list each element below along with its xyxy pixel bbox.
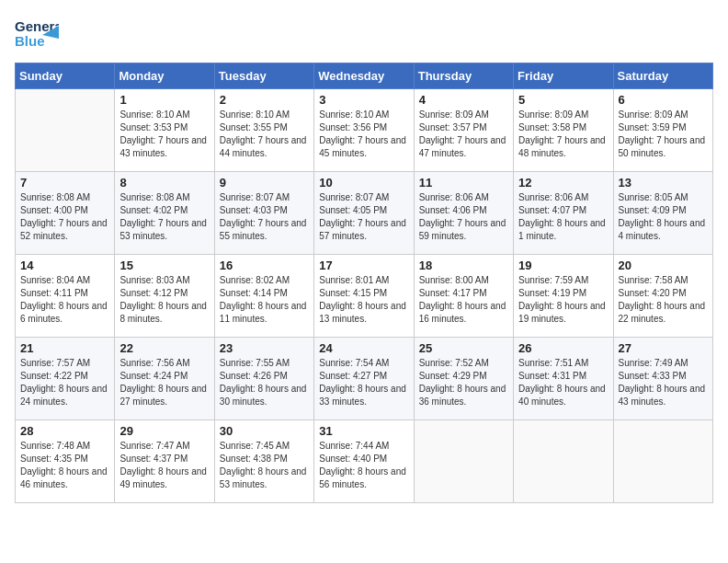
day-number: 28 bbox=[20, 424, 109, 438]
day-number: 20 bbox=[619, 259, 708, 272]
calendar-cell: 21Sunrise: 7:57 AM Sunset: 4:22 PM Dayli… bbox=[16, 338, 115, 420]
day-number: 5 bbox=[518, 93, 608, 107]
calendar-header-row: SundayMondayTuesdayWednesdayThursdayFrid… bbox=[16, 63, 713, 89]
calendar-cell: 26Sunrise: 7:51 AM Sunset: 4:31 PM Dayli… bbox=[514, 338, 613, 420]
calendar-cell: 13Sunrise: 8:05 AM Sunset: 4:09 PM Dayli… bbox=[613, 172, 712, 255]
calendar-cell bbox=[414, 420, 513, 503]
day-info: Sunrise: 7:57 AM Sunset: 4:22 PM Dayligh… bbox=[20, 357, 109, 408]
calendar-cell: 27Sunrise: 7:49 AM Sunset: 4:33 PM Dayli… bbox=[613, 338, 712, 420]
day-number: 30 bbox=[220, 424, 309, 438]
day-number: 21 bbox=[20, 341, 109, 355]
day-header-tuesday: Tuesday bbox=[214, 63, 313, 89]
calendar-cell: 5Sunrise: 8:09 AM Sunset: 3:58 PM Daylig… bbox=[514, 89, 613, 172]
calendar-cell: 2Sunrise: 8:10 AM Sunset: 3:55 PM Daylig… bbox=[214, 89, 313, 172]
calendar-cell: 30Sunrise: 7:45 AM Sunset: 4:38 PM Dayli… bbox=[214, 420, 313, 503]
day-header-monday: Monday bbox=[115, 63, 214, 89]
day-info: Sunrise: 7:47 AM Sunset: 4:37 PM Dayligh… bbox=[119, 440, 209, 491]
calendar-cell: 10Sunrise: 8:07 AM Sunset: 4:05 PM Dayli… bbox=[314, 172, 414, 255]
calendar-cell bbox=[16, 89, 115, 172]
day-info: Sunrise: 8:06 AM Sunset: 4:07 PM Dayligh… bbox=[518, 191, 608, 243]
calendar-week-5: 28Sunrise: 7:48 AM Sunset: 4:35 PM Dayli… bbox=[16, 420, 713, 503]
day-number: 26 bbox=[518, 341, 608, 355]
logo: General Blue bbox=[15, 15, 59, 52]
day-info: Sunrise: 8:09 AM Sunset: 3:58 PM Dayligh… bbox=[518, 109, 608, 160]
day-number: 22 bbox=[119, 341, 209, 355]
calendar-week-1: 1Sunrise: 8:10 AM Sunset: 3:53 PM Daylig… bbox=[16, 89, 713, 172]
day-number: 18 bbox=[419, 259, 508, 272]
day-info: Sunrise: 7:49 AM Sunset: 4:33 PM Dayligh… bbox=[619, 357, 708, 408]
calendar-cell: 12Sunrise: 8:06 AM Sunset: 4:07 PM Dayli… bbox=[514, 172, 613, 255]
day-info: Sunrise: 8:10 AM Sunset: 3:56 PM Dayligh… bbox=[319, 109, 408, 160]
day-number: 1 bbox=[119, 93, 209, 107]
calendar-cell: 31Sunrise: 7:44 AM Sunset: 4:40 PM Dayli… bbox=[314, 420, 414, 503]
day-header-friday: Friday bbox=[514, 63, 613, 89]
calendar-cell: 19Sunrise: 7:59 AM Sunset: 4:19 PM Dayli… bbox=[514, 255, 613, 338]
day-number: 8 bbox=[119, 176, 209, 190]
day-info: Sunrise: 8:07 AM Sunset: 4:03 PM Dayligh… bbox=[220, 191, 309, 243]
day-header-saturday: Saturday bbox=[613, 63, 712, 89]
day-info: Sunrise: 7:52 AM Sunset: 4:29 PM Dayligh… bbox=[419, 357, 508, 408]
calendar-cell: 25Sunrise: 7:52 AM Sunset: 4:29 PM Dayli… bbox=[414, 338, 513, 420]
day-number: 14 bbox=[20, 259, 109, 272]
day-number: 31 bbox=[319, 424, 408, 438]
calendar-cell: 23Sunrise: 7:55 AM Sunset: 4:26 PM Dayli… bbox=[214, 338, 313, 420]
day-info: Sunrise: 7:56 AM Sunset: 4:24 PM Dayligh… bbox=[119, 357, 209, 408]
day-info: Sunrise: 8:10 AM Sunset: 3:55 PM Dayligh… bbox=[220, 109, 309, 160]
calendar-cell: 3Sunrise: 8:10 AM Sunset: 3:56 PM Daylig… bbox=[314, 89, 414, 172]
day-info: Sunrise: 8:04 AM Sunset: 4:11 PM Dayligh… bbox=[20, 274, 109, 326]
day-info: Sunrise: 8:09 AM Sunset: 3:59 PM Dayligh… bbox=[619, 109, 708, 160]
calendar-cell: 14Sunrise: 8:04 AM Sunset: 4:11 PM Dayli… bbox=[16, 255, 115, 338]
page-header: General Blue bbox=[15, 15, 713, 52]
calendar-week-4: 21Sunrise: 7:57 AM Sunset: 4:22 PM Dayli… bbox=[16, 338, 713, 420]
calendar-cell: 29Sunrise: 7:47 AM Sunset: 4:37 PM Dayli… bbox=[115, 420, 214, 503]
day-info: Sunrise: 8:01 AM Sunset: 4:15 PM Dayligh… bbox=[319, 274, 408, 326]
day-info: Sunrise: 7:55 AM Sunset: 4:26 PM Dayligh… bbox=[220, 357, 309, 408]
day-number: 3 bbox=[319, 93, 408, 107]
calendar-cell: 17Sunrise: 8:01 AM Sunset: 4:15 PM Dayli… bbox=[314, 255, 414, 338]
day-header-thursday: Thursday bbox=[414, 63, 513, 89]
day-info: Sunrise: 7:44 AM Sunset: 4:40 PM Dayligh… bbox=[319, 440, 408, 491]
calendar-cell: 7Sunrise: 8:08 AM Sunset: 4:00 PM Daylig… bbox=[16, 172, 115, 255]
day-info: Sunrise: 7:59 AM Sunset: 4:19 PM Dayligh… bbox=[518, 274, 608, 326]
day-info: Sunrise: 8:03 AM Sunset: 4:12 PM Dayligh… bbox=[119, 274, 209, 326]
day-info: Sunrise: 8:08 AM Sunset: 4:00 PM Dayligh… bbox=[20, 191, 109, 243]
calendar-cell bbox=[613, 420, 712, 503]
day-info: Sunrise: 8:02 AM Sunset: 4:14 PM Dayligh… bbox=[220, 274, 309, 326]
calendar-cell: 8Sunrise: 8:08 AM Sunset: 4:02 PM Daylig… bbox=[115, 172, 214, 255]
day-info: Sunrise: 8:05 AM Sunset: 4:09 PM Dayligh… bbox=[619, 191, 708, 243]
day-header-wednesday: Wednesday bbox=[314, 63, 414, 89]
calendar-cell: 11Sunrise: 8:06 AM Sunset: 4:06 PM Dayli… bbox=[414, 172, 513, 255]
calendar-cell: 24Sunrise: 7:54 AM Sunset: 4:27 PM Dayli… bbox=[314, 338, 414, 420]
calendar-cell: 4Sunrise: 8:09 AM Sunset: 3:57 PM Daylig… bbox=[414, 89, 513, 172]
calendar-week-3: 14Sunrise: 8:04 AM Sunset: 4:11 PM Dayli… bbox=[16, 255, 713, 338]
calendar-cell bbox=[514, 420, 613, 503]
day-number: 19 bbox=[518, 259, 608, 272]
calendar-cell: 18Sunrise: 8:00 AM Sunset: 4:17 PM Dayli… bbox=[414, 255, 513, 338]
day-number: 17 bbox=[319, 259, 408, 272]
day-number: 10 bbox=[319, 176, 408, 190]
day-info: Sunrise: 8:06 AM Sunset: 4:06 PM Dayligh… bbox=[419, 191, 508, 243]
calendar-cell: 15Sunrise: 8:03 AM Sunset: 4:12 PM Dayli… bbox=[115, 255, 214, 338]
calendar-cell: 28Sunrise: 7:48 AM Sunset: 4:35 PM Dayli… bbox=[16, 420, 115, 503]
day-info: Sunrise: 8:07 AM Sunset: 4:05 PM Dayligh… bbox=[319, 191, 408, 243]
day-number: 12 bbox=[518, 176, 608, 190]
day-info: Sunrise: 7:54 AM Sunset: 4:27 PM Dayligh… bbox=[319, 357, 408, 408]
day-number: 29 bbox=[119, 424, 209, 438]
logo-icon: General Blue bbox=[15, 15, 59, 52]
calendar-cell: 9Sunrise: 8:07 AM Sunset: 4:03 PM Daylig… bbox=[214, 172, 313, 255]
day-number: 27 bbox=[619, 341, 708, 355]
svg-text:Blue: Blue bbox=[15, 33, 45, 49]
calendar-table: SundayMondayTuesdayWednesdayThursdayFrid… bbox=[15, 63, 713, 503]
day-number: 23 bbox=[220, 341, 309, 355]
day-number: 4 bbox=[419, 93, 508, 107]
day-info: Sunrise: 8:10 AM Sunset: 3:53 PM Dayligh… bbox=[119, 109, 209, 160]
day-number: 6 bbox=[619, 93, 708, 107]
day-info: Sunrise: 7:45 AM Sunset: 4:38 PM Dayligh… bbox=[220, 440, 309, 491]
day-header-sunday: Sunday bbox=[16, 63, 115, 89]
day-info: Sunrise: 7:51 AM Sunset: 4:31 PM Dayligh… bbox=[518, 357, 608, 408]
calendar-cell: 6Sunrise: 8:09 AM Sunset: 3:59 PM Daylig… bbox=[613, 89, 712, 172]
day-number: 2 bbox=[220, 93, 309, 107]
day-number: 11 bbox=[419, 176, 508, 190]
day-info: Sunrise: 7:48 AM Sunset: 4:35 PM Dayligh… bbox=[20, 440, 109, 491]
calendar-cell: 1Sunrise: 8:10 AM Sunset: 3:53 PM Daylig… bbox=[115, 89, 214, 172]
